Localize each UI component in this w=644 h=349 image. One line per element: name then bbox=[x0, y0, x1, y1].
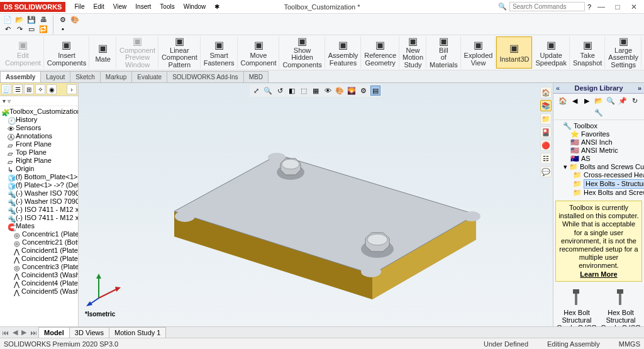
tree-node[interactable]: ◎Concentric3 (Plate<1>,ISO 74 bbox=[1, 263, 77, 271]
ribbon-smart-fasteners[interactable]: ▣SmartFasteners bbox=[201, 36, 238, 69]
tree-node[interactable]: 👁Sensors bbox=[1, 124, 77, 132]
ft-tab-config-icon[interactable]: ⊞ bbox=[24, 84, 34, 94]
tree-node[interactable]: ▱Top Plane bbox=[1, 148, 77, 157]
tp-custom-props-icon[interactable]: ☷ bbox=[540, 153, 552, 164]
qat-new-icon[interactable]: 📄 bbox=[3, 15, 13, 24]
collapse-left-icon[interactable]: « bbox=[556, 84, 560, 92]
ribbon-take-snapshot[interactable]: ▣TakeSnapshot bbox=[570, 36, 605, 69]
ribbon-tab-evaluate[interactable]: Evaluate bbox=[131, 71, 167, 82]
dl-tree-node[interactable]: 🇦🇺 AS bbox=[556, 155, 641, 163]
ribbon-mate[interactable]: ▣Mate bbox=[90, 36, 116, 69]
menu-window[interactable]: Window bbox=[180, 2, 210, 11]
btab-scroll-last-icon[interactable]: ⏭ bbox=[28, 329, 39, 336]
tree-node[interactable]: 🕘History bbox=[1, 116, 77, 124]
ft-tab-tree-icon[interactable]: 🧾 bbox=[1, 84, 11, 94]
qat-undo-icon[interactable]: ↶ bbox=[3, 25, 13, 33]
expand-toggle-icon[interactable]: ▾ bbox=[564, 163, 567, 171]
tp-view-palette-icon[interactable]: 🎴 bbox=[540, 126, 552, 138]
tree-node[interactable]: ⋀Coincident5 (Washer ISO 709 bbox=[1, 287, 77, 296]
dl-tree-node[interactable]: 📁 Hex Bolts - Structural bbox=[556, 179, 641, 189]
dl-home-icon[interactable]: 🏠 bbox=[558, 96, 568, 106]
tree-node[interactable]: 🔩(-) ISO 7411 - M12 x 30 --- 20-WN bbox=[1, 214, 77, 222]
tree-node[interactable]: 🧲Mates bbox=[1, 222, 77, 230]
orientation-triad[interactable] bbox=[86, 270, 124, 307]
dl-tree-node[interactable]: ▾📁 Bolts and Screws Custom bbox=[556, 163, 641, 171]
design-library-title-bar[interactable]: « Design Library » bbox=[553, 83, 644, 94]
ribbon-tab-layout[interactable]: Layout bbox=[40, 71, 70, 82]
tp-forum-icon[interactable]: 💬 bbox=[540, 166, 552, 177]
dl-back-icon[interactable]: ◀ bbox=[570, 96, 580, 106]
qat-select-icon[interactable]: ▭ bbox=[26, 25, 36, 33]
dl-tree-node[interactable]: ⭐ Favorites bbox=[556, 130, 641, 138]
qat-options-icon[interactable]: ⚙ bbox=[58, 15, 68, 24]
tree-node[interactable]: ⒶAnnotations bbox=[1, 132, 77, 140]
tree-node[interactable]: 🧊(f) Bottom_Plate<1> (Default< bbox=[1, 173, 77, 181]
ribbon-new-motion-study[interactable]: ▣NewMotionStudy bbox=[400, 36, 426, 69]
ribbon-tab-markup[interactable]: Markup bbox=[100, 71, 132, 82]
ribbon-instant3d[interactable]: ▣Instant3D bbox=[496, 36, 532, 69]
ribbon-large-assembly-settings[interactable]: ▣LargeAssemblySettings bbox=[606, 36, 641, 69]
tree-node[interactable]: ⋀Coincident4 (Plate<1>,ISO 74 bbox=[1, 279, 77, 287]
ft-tab-property-icon[interactable]: ☰ bbox=[13, 84, 23, 94]
dl-tree-node[interactable]: 🇺🇸 ANSI Inch bbox=[556, 138, 641, 147]
menu-insert[interactable]: Insert bbox=[131, 2, 155, 11]
model-plate-assembly[interactable] bbox=[140, 92, 492, 318]
tree-node[interactable]: ⋀Coincident1 (Plate<1>,Washe bbox=[1, 247, 77, 255]
qat-save-icon[interactable]: 💾 bbox=[26, 15, 36, 24]
tp-resources-icon[interactable]: 🏠 bbox=[540, 87, 552, 98]
dl-search-icon[interactable]: 🔍 bbox=[606, 96, 616, 106]
tree-node[interactable]: ⋀Coincident2 (Plate<1>,Washe bbox=[1, 255, 77, 263]
expand-right-icon[interactable]: » bbox=[638, 84, 641, 92]
ft-tab-display-icon[interactable]: ◉ bbox=[47, 84, 57, 94]
ribbon-linear-component-pattern[interactable]: ▣LinearComponentPattern bbox=[159, 36, 201, 69]
dl-refresh-icon[interactable]: ↻ bbox=[630, 96, 640, 106]
ft-tab-more-icon[interactable]: › bbox=[67, 84, 77, 94]
dl-tree-node[interactable]: 🔧 Toolbox bbox=[556, 122, 641, 130]
tree-node[interactable]: ▱Front Plane bbox=[1, 140, 77, 148]
dl-pin-icon[interactable]: 📌 bbox=[618, 96, 628, 106]
qat-redo-icon[interactable]: ↷ bbox=[14, 25, 25, 33]
ribbon-exploded-view[interactable]: ▣ExplodedView bbox=[462, 36, 496, 69]
qat-print-icon[interactable]: 🖶 bbox=[38, 15, 48, 24]
qat-misc-icon[interactable]: • bbox=[58, 25, 68, 33]
ribbon-show-hidden-components[interactable]: ▣ShowHiddenComponents bbox=[280, 36, 325, 69]
ribbon-insert-components[interactable]: ▣InsertComponents bbox=[45, 36, 89, 69]
tree-node[interactable]: ◎Concentric21 (Bottom_Plate< bbox=[1, 238, 77, 247]
command-search-input[interactable] bbox=[509, 2, 585, 11]
window-maximize-icon[interactable]: □ bbox=[610, 3, 625, 11]
dl-config-icon[interactable]: 🔧 bbox=[594, 108, 604, 118]
menu-view[interactable]: View bbox=[109, 2, 131, 11]
dl-fwd-icon[interactable]: ▶ bbox=[582, 96, 592, 106]
menu-file[interactable]: File bbox=[70, 2, 88, 11]
tree-root[interactable]: 🧩 Toolbox_Customization (Default<Display bbox=[1, 108, 77, 116]
window-close-icon[interactable]: ✕ bbox=[626, 3, 641, 11]
ribbon-assembly-features[interactable]: ▣AssemblyFeatures bbox=[326, 36, 362, 69]
ribbon-tab-solidworks-add-ins[interactable]: SOLIDWORKS Add-Ins bbox=[167, 71, 243, 82]
ribbon-update-speedpak[interactable]: ▣UpdateSpeedpak bbox=[533, 36, 569, 69]
tree-node[interactable]: ◎Concentric1 (Plate<1>,Washe bbox=[1, 230, 77, 238]
dl-tree-node[interactable]: 📁 Cross-recessed Head Screws bbox=[556, 171, 641, 179]
ribbon-reference-geometry[interactable]: ▣ReferenceGeometry bbox=[362, 36, 399, 69]
help-icon[interactable]: ? bbox=[587, 3, 591, 11]
qat-rebuild-icon[interactable]: 🔁 bbox=[38, 25, 48, 33]
tp-appearances-icon[interactable]: 🔴 bbox=[540, 140, 552, 151]
bottom-tab-motion-study-1[interactable]: Motion Study 1 bbox=[109, 327, 166, 338]
tp-design-library-icon[interactable]: 📚 bbox=[540, 100, 552, 111]
window-minimize-icon[interactable]: — bbox=[594, 3, 609, 11]
tree-node[interactable]: 🧊(f) Plate<1> ->? (Default< bbox=[1, 181, 77, 189]
bottom-tab-3d-views[interactable]: 3D Views bbox=[69, 327, 109, 338]
tree-node[interactable]: 🔩(-) Washer ISO 7090 - 12<2> (Wa bbox=[1, 197, 77, 206]
ribbon-move-component[interactable]: ▣MoveComponent bbox=[238, 36, 280, 69]
qat-open-icon[interactable]: 📂 bbox=[14, 15, 25, 24]
menu-tools[interactable]: Tools bbox=[156, 2, 178, 11]
status-units[interactable]: MMGS bbox=[619, 340, 640, 348]
tp-file-explorer-icon[interactable]: 📁 bbox=[540, 113, 552, 125]
ribbon-tab-sketch[interactable]: Sketch bbox=[70, 71, 101, 82]
ribbon-bill-of-materials[interactable]: ▣BillofMaterials bbox=[427, 36, 461, 69]
dl-tree-node[interactable]: 📁 Hex Bolts and Screws bbox=[556, 189, 641, 197]
qat-appearance-icon[interactable]: 🎨 bbox=[70, 15, 80, 24]
warning-learn-more-link[interactable]: Learn More bbox=[580, 270, 617, 278]
ribbon-tab-mbd[interactable]: MBD bbox=[243, 71, 269, 82]
menu-edit[interactable]: Edit bbox=[90, 2, 108, 11]
dl-tree-node[interactable]: 🇺🇸 ANSI Metric bbox=[556, 147, 641, 155]
